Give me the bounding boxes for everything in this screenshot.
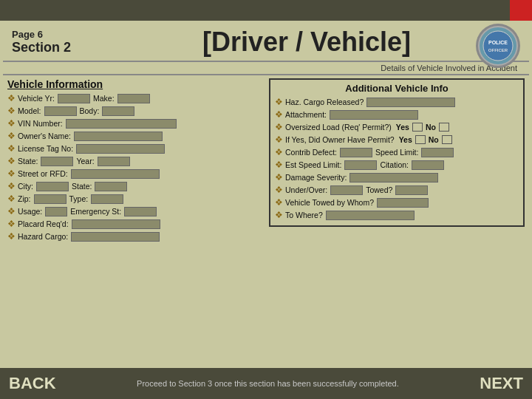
bullet-icon: ❖: [7, 156, 15, 166]
towed-input[interactable]: [395, 185, 428, 195]
header: Page 6 Section 2 [Driver / Vehicle] POLI…: [0, 21, 532, 61]
make-input[interactable]: [117, 94, 150, 103]
field-label: Owner's Name:: [18, 132, 71, 140]
form-row: ❖ Under/Over: Towed?: [275, 185, 519, 195]
form-row: ❖ Hazard Cargo:: [7, 231, 263, 242]
no-label: No: [429, 135, 439, 144]
vehicle-yr-input[interactable]: [58, 94, 90, 103]
form-row: ❖ Placard Req'd:: [7, 219, 263, 229]
form-row: ❖ Street or RFD:: [7, 168, 263, 179]
bullet-icon: ❖: [7, 118, 15, 129]
field-label: Body:: [80, 106, 100, 115]
bullet-icon: ❖: [275, 147, 282, 157]
field-label: Make:: [93, 94, 115, 103]
field-label: Towed?: [366, 185, 392, 194]
year-input[interactable]: [98, 157, 130, 166]
subtitle-bar: Details of Vehicle Involved in Accident: [3, 61, 529, 75]
bullet-icon: ❖: [275, 109, 282, 120]
top-bar-accent: [510, 0, 532, 21]
bullet-icon: ❖: [7, 206, 15, 216]
field-label: Type:: [69, 194, 89, 203]
owners-name-input[interactable]: [74, 132, 163, 141]
field-label: VIN Number:: [18, 119, 63, 128]
form-row: ❖ City: State:: [7, 181, 263, 191]
field-label: If Yes, Did Owner Have Permit?: [285, 135, 395, 144]
bullet-icon: ❖: [7, 168, 15, 179]
form-row: ❖ Attachment:: [275, 109, 519, 120]
top-bar: [0, 0, 532, 21]
body-input[interactable]: [102, 106, 134, 116]
zip-input[interactable]: [34, 194, 66, 204]
form-row: ❖ Vehicle Yr: Make:: [7, 93, 263, 103]
field-label: Haz. Cargo Released?: [285, 98, 364, 106]
oversized-yes-checkbox[interactable]: [412, 123, 423, 132]
attachment-input[interactable]: [330, 110, 418, 120]
field-label: Vehicle Towed by Whom?: [285, 198, 374, 207]
haz-cargo-released-input[interactable]: [366, 98, 455, 107]
additional-vehicle-info-box: Additional Vehicle Info ❖ Haz. Cargo Rel…: [269, 78, 525, 227]
type-input[interactable]: [91, 194, 123, 204]
field-label: Citation:: [380, 160, 409, 169]
field-label: Year:: [76, 157, 94, 166]
form-row: ❖ Usage: Emergency St:: [7, 206, 263, 216]
hazard-cargo-input[interactable]: [71, 232, 160, 242]
license-tag-input[interactable]: [76, 144, 165, 154]
city-state-input[interactable]: [95, 182, 127, 191]
field-label: Vehicle Yr:: [18, 94, 55, 103]
under-over-input[interactable]: [330, 185, 363, 195]
additional-info-title: Additional Vehicle Info: [275, 83, 519, 94]
speed-limit-input[interactable]: [421, 148, 454, 157]
page-section-label: Page 6 Section 2: [12, 29, 71, 55]
field-label: Emergency St:: [70, 207, 121, 216]
usage-input[interactable]: [45, 207, 67, 216]
est-speed-limit-input[interactable]: [344, 160, 377, 170]
bullet-icon: ❖: [7, 106, 15, 116]
contrib-defect-input[interactable]: [340, 148, 372, 157]
bullet-icon: ❖: [7, 143, 15, 154]
yes-label: Yes: [399, 135, 412, 144]
next-button[interactable]: NEXT: [480, 374, 523, 393]
field-label: Usage:: [18, 207, 42, 216]
field-label: State:: [72, 182, 92, 191]
footer: BACK Proceed to Section 3 once this sect…: [0, 368, 532, 399]
form-row: ❖ Owner's Name:: [7, 131, 263, 141]
towed-by-input[interactable]: [377, 198, 429, 208]
street-rfd-input[interactable]: [71, 169, 160, 179]
city-input[interactable]: [36, 182, 69, 191]
emergency-st-input[interactable]: [124, 207, 157, 216]
back-button[interactable]: BACK: [9, 374, 56, 393]
field-label: License Tag No:: [18, 144, 73, 153]
field-label: Attachment:: [285, 110, 327, 119]
field-label: Street or RFD:: [18, 169, 68, 178]
field-label: To Where?: [285, 211, 323, 219]
bullet-icon: ❖: [275, 122, 282, 132]
bullet-icon: ❖: [275, 197, 282, 208]
form-row: ❖ Est Speed Limit: Citation:: [275, 160, 519, 170]
field-label: Under/Over:: [285, 185, 327, 194]
vin-input[interactable]: [66, 119, 177, 129]
owner-permit-yes-checkbox[interactable]: [415, 135, 426, 144]
damage-severity-input[interactable]: [349, 173, 438, 183]
form-row: ❖ Vehicle Towed by Whom?: [275, 197, 519, 208]
placard-reqd-input[interactable]: [72, 219, 160, 229]
citation-input[interactable]: [412, 160, 444, 170]
bullet-icon: ❖: [275, 134, 282, 145]
field-label: Speed Limit:: [375, 148, 418, 157]
to-where-input[interactable]: [326, 211, 415, 220]
form-row: ❖ Oversized Load (Req' Permit?) Yes No: [275, 122, 519, 132]
field-label: Oversized Load (Req' Permit?): [285, 123, 392, 132]
form-row: ❖ Damage Severity:: [275, 172, 519, 183]
vehicle-info-title: Vehicle Information: [7, 78, 263, 90]
svg-point-1: [483, 31, 513, 61]
field-label: State:: [18, 157, 38, 166]
bullet-icon: ❖: [7, 93, 15, 103]
oversized-no-checkbox[interactable]: [439, 123, 449, 132]
model-input[interactable]: [44, 106, 77, 116]
owner-permit-no-checkbox[interactable]: [442, 135, 452, 144]
state-input[interactable]: [41, 157, 73, 166]
left-column: Vehicle Information ❖ Vehicle Yr: Make: …: [7, 78, 263, 244]
bullet-icon: ❖: [7, 131, 15, 141]
field-label: Hazard Cargo:: [18, 232, 68, 241]
bullet-icon: ❖: [275, 97, 282, 107]
form-row: ❖ VIN Number:: [7, 118, 263, 129]
